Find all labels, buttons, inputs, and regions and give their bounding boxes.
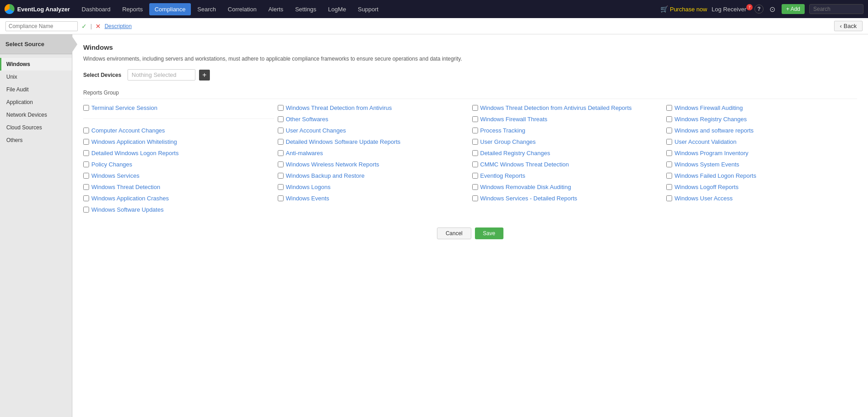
save-button[interactable]: Save <box>475 227 503 239</box>
checkbox-user-group-changes-input[interactable] <box>472 139 478 145</box>
checkbox-wt-antivirus-detailed[interactable]: Windows Threat Detection from Antivirus … <box>472 104 663 111</box>
checkbox-firewall-threats-input[interactable] <box>472 116 478 122</box>
checkbox-logoff-reports-input[interactable] <box>666 184 672 190</box>
checkbox-threat-detection-input[interactable] <box>83 184 89 190</box>
checkbox-app-whitelisting[interactable]: Windows Application Whitelisting <box>83 138 274 145</box>
checkbox-terminal-service[interactable]: Terminal Service Session <box>83 104 274 111</box>
checkbox-removable-disk[interactable]: Windows Removable Disk Auditing <box>472 184 663 190</box>
checkbox-software-updates-input[interactable] <box>83 207 89 213</box>
checkbox-computer-account[interactable]: Computer Account Changes <box>83 127 274 134</box>
nav-search[interactable]: Search <box>192 3 221 15</box>
nav-support[interactable]: Support <box>352 3 384 15</box>
checkbox-user-account-validation-input[interactable] <box>666 139 672 145</box>
checkbox-software-updates[interactable]: Windows Software Updates <box>83 206 274 213</box>
nav-reports[interactable]: Reports <box>117 3 148 15</box>
checkbox-user-group-changes[interactable]: User Group Changes <box>472 138 663 145</box>
checkbox-other-softwares[interactable]: Other Softwares <box>278 116 469 123</box>
checkbox-backup-restore-input[interactable] <box>278 173 284 179</box>
checkbox-program-inventory[interactable]: Windows Program Inventory <box>666 150 857 156</box>
checkbox-eventlog-reports[interactable]: Eventlog Reports <box>472 172 663 179</box>
back-button[interactable]: ‹ Back <box>834 21 863 31</box>
checkbox-registry-changes-input[interactable] <box>666 116 672 122</box>
checkbox-policy-changes-input[interactable] <box>83 161 89 167</box>
source-item-application[interactable]: Application <box>0 96 72 109</box>
cancel-button[interactable]: Cancel <box>437 227 471 239</box>
checkbox-system-events[interactable]: Windows System Events <box>666 161 857 168</box>
nav-dashboard[interactable]: Dashboard <box>76 3 116 15</box>
purchase-now-link[interactable]: 🛒 Purchase now <box>660 5 707 13</box>
user-icon[interactable]: ⊙ <box>768 5 777 14</box>
checkbox-logons[interactable]: Windows Logons <box>278 184 469 190</box>
log-receiver-btn[interactable]: Log Receiver 7 <box>711 6 750 13</box>
checkbox-app-crashes[interactable]: Windows Application Crashes <box>83 195 274 202</box>
nav-settings[interactable]: Settings <box>289 3 322 15</box>
checkbox-process-tracking-input[interactable] <box>472 128 478 133</box>
checkbox-windows-services[interactable]: Windows Services <box>83 172 274 179</box>
checkbox-user-access[interactable]: Windows User Access <box>666 195 857 202</box>
checkbox-detailed-sw-update[interactable]: Detailed Windows Software Update Reports <box>278 138 469 145</box>
checkbox-wt-antivirus[interactable]: Windows Threat Detection from Antivirus <box>278 104 469 111</box>
checkbox-logoff-reports[interactable]: Windows Logoff Reports <box>666 184 857 190</box>
checkbox-services-detailed[interactable]: Windows Services - Detailed Reports <box>472 195 663 202</box>
nav-correlation[interactable]: Correlation <box>223 3 262 15</box>
cancel-icon[interactable]: ✕ <box>95 23 101 30</box>
help-icon[interactable]: ? <box>754 5 764 14</box>
description-link[interactable]: Description <box>104 23 132 29</box>
checkbox-detailed-logon[interactable]: Detailed Windows Logon Reports <box>83 150 274 156</box>
checkbox-cmmc-threat-input[interactable] <box>472 161 478 167</box>
checkbox-failed-logon-input[interactable] <box>666 173 672 179</box>
source-item-fileaudit[interactable]: File Audit <box>0 83 72 96</box>
checkbox-other-softwares-input[interactable] <box>278 116 284 122</box>
checkbox-backup-restore[interactable]: Windows Backup and Restore <box>278 172 469 179</box>
checkbox-registry-changes[interactable]: Windows Registry Changes <box>666 116 857 123</box>
checkbox-threat-detection[interactable]: Windows Threat Detection <box>83 184 274 190</box>
source-item-networkdevices[interactable]: Network Devices <box>0 109 72 121</box>
checkbox-user-account-validation[interactable]: User Account Validation <box>666 138 857 145</box>
checkbox-detailed-sw-update-input[interactable] <box>278 139 284 145</box>
checkbox-windows-software-reports-input[interactable] <box>666 128 672 133</box>
checkbox-wireless-network-input[interactable] <box>278 161 284 167</box>
checkbox-system-events-input[interactable] <box>666 161 672 167</box>
checkbox-anti-malwares-input[interactable] <box>278 150 284 156</box>
checkbox-process-tracking[interactable]: Process Tracking <box>472 127 663 134</box>
checkbox-detailed-registry[interactable]: Detailed Registry Changes <box>472 150 663 156</box>
checkbox-windows-software-reports[interactable]: Windows and software reports <box>666 127 857 134</box>
source-item-unix[interactable]: Unix <box>0 71 72 83</box>
nav-alerts[interactable]: Alerts <box>263 3 289 15</box>
checkbox-wireless-network[interactable]: Windows Wireless Network Reports <box>278 161 469 168</box>
checkbox-user-account-changes[interactable]: User Account Changes <box>278 127 469 134</box>
checkbox-windows-events-input[interactable] <box>278 195 284 201</box>
checkbox-app-whitelisting-input[interactable] <box>83 139 89 145</box>
checkbox-detailed-registry-input[interactable] <box>472 150 478 156</box>
source-item-cloudsources[interactable]: Cloud Sources <box>0 121 72 134</box>
search-input[interactable] <box>809 4 863 14</box>
checkbox-user-account-changes-input[interactable] <box>278 128 284 133</box>
checkbox-services-detailed-input[interactable] <box>472 195 478 201</box>
checkbox-app-crashes-input[interactable] <box>83 195 89 201</box>
checkbox-cmmc-threat[interactable]: CMMC Windows Threat Detection <box>472 161 663 168</box>
nav-compliance[interactable]: Compliance <box>149 3 191 15</box>
add-button[interactable]: + Add <box>782 4 805 14</box>
checkbox-windows-services-input[interactable] <box>83 173 89 179</box>
checkbox-firewall-auditing-input[interactable] <box>666 105 672 111</box>
checkbox-user-access-input[interactable] <box>666 195 672 201</box>
checkbox-removable-disk-input[interactable] <box>472 184 478 190</box>
nav-logme[interactable]: LogMe <box>323 3 351 15</box>
checkbox-anti-malwares[interactable]: Anti-malwares <box>278 150 469 156</box>
checkbox-firewall-auditing[interactable]: Windows Firewall Auditing <box>666 104 857 111</box>
checkbox-program-inventory-input[interactable] <box>666 150 672 156</box>
devices-dropdown[interactable]: Nothing Selected <box>128 69 195 81</box>
checkbox-logons-input[interactable] <box>278 184 284 190</box>
confirm-icon[interactable]: ✓ <box>81 23 87 30</box>
checkbox-terminal-service-input[interactable] <box>83 105 89 111</box>
checkbox-policy-changes[interactable]: Policy Changes <box>83 161 274 168</box>
checkbox-computer-account-input[interactable] <box>83 128 89 133</box>
checkbox-firewall-threats[interactable]: Windows Firewall Threats <box>472 116 663 123</box>
checkbox-failed-logon[interactable]: Windows Failed Logon Reports <box>666 172 857 179</box>
source-item-others[interactable]: Others <box>0 134 72 147</box>
checkbox-detailed-logon-input[interactable] <box>83 150 89 156</box>
checkbox-wt-antivirus-input[interactable] <box>278 105 284 111</box>
checkbox-wt-antivirus-detailed-input[interactable] <box>472 105 478 111</box>
source-item-windows[interactable]: Windows <box>0 58 72 71</box>
checkbox-eventlog-reports-input[interactable] <box>472 173 478 179</box>
